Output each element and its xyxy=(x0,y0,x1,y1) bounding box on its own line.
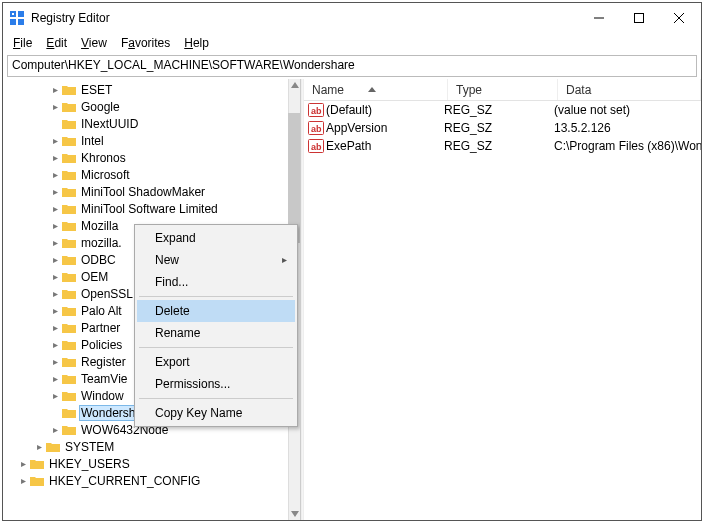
menubar: File Edit View Favorites Help xyxy=(3,33,701,53)
scroll-down-icon[interactable] xyxy=(289,508,300,520)
content-area: ▸ESET ▸Google INextUUID ▸Intel ▸Khronos … xyxy=(3,79,701,520)
splitter[interactable] xyxy=(301,79,304,520)
column-type[interactable]: Type xyxy=(448,79,558,100)
folder-icon xyxy=(29,474,45,488)
context-permissions[interactable]: Permissions... xyxy=(137,373,295,395)
folder-icon xyxy=(29,457,45,471)
minimize-button[interactable] xyxy=(579,4,619,32)
svg-rect-3 xyxy=(18,19,24,25)
window-controls xyxy=(579,4,699,32)
folder-icon xyxy=(61,423,77,437)
folder-icon xyxy=(61,151,77,165)
svg-text:ab: ab xyxy=(311,124,322,134)
context-separator xyxy=(139,347,293,348)
scroll-up-icon[interactable] xyxy=(289,79,300,91)
context-separator xyxy=(139,296,293,297)
menu-edit[interactable]: Edit xyxy=(40,34,73,52)
tree-item-system[interactable]: ▸SYSTEM xyxy=(3,438,300,455)
chevron-right-icon: ▸ xyxy=(49,254,61,265)
tree-item-hkcc[interactable]: ▸HKEY_CURRENT_CONFIG xyxy=(3,472,300,489)
chevron-right-icon: ▸ xyxy=(49,305,61,316)
context-menu: Expand New▸ Find... Delete Rename Export… xyxy=(134,224,298,427)
chevron-right-icon: ▸ xyxy=(49,101,61,112)
column-name[interactable]: Name xyxy=(304,79,448,100)
list-row[interactable]: ab AppVersion REG_SZ 13.5.2.126 xyxy=(304,119,701,137)
chevron-right-icon: ▸ xyxy=(49,135,61,146)
svg-rect-1 xyxy=(18,11,24,17)
tree-item[interactable]: ▸Intel xyxy=(3,132,300,149)
tree-item-hkusers[interactable]: ▸HKEY_USERS xyxy=(3,455,300,472)
close-button[interactable] xyxy=(659,4,699,32)
tree-item[interactable]: ▸ESET xyxy=(3,81,300,98)
tree-item[interactable]: ▸Microsoft xyxy=(3,166,300,183)
chevron-right-icon: ▸ xyxy=(49,288,61,299)
folder-icon xyxy=(61,219,77,233)
column-data[interactable]: Data xyxy=(558,79,701,100)
registry-editor-window: Registry Editor File Edit View Favorites… xyxy=(2,2,702,521)
chevron-right-icon: ▸ xyxy=(49,339,61,350)
context-expand[interactable]: Expand xyxy=(137,227,295,249)
tree-item[interactable]: ▸Google xyxy=(3,98,300,115)
maximize-button[interactable] xyxy=(619,4,659,32)
svg-text:ab: ab xyxy=(311,142,322,152)
address-bar[interactable]: Computer\HKEY_LOCAL_MACHINE\SOFTWARE\Won… xyxy=(7,55,697,77)
chevron-right-icon: ▸ xyxy=(33,441,45,452)
window-title: Registry Editor xyxy=(31,11,579,25)
chevron-right-icon: ▸ xyxy=(49,220,61,231)
menu-favorites[interactable]: Favorites xyxy=(115,34,176,52)
chevron-right-icon: ▸ xyxy=(17,475,29,486)
folder-icon xyxy=(61,270,77,284)
chevron-right-icon: ▸ xyxy=(49,203,61,214)
list-row[interactable]: ab ExePath REG_SZ C:\Program Files (x86)… xyxy=(304,137,701,155)
folder-icon xyxy=(61,253,77,267)
list-header: Name Type Data xyxy=(304,79,701,101)
chevron-right-icon: ▸ xyxy=(49,84,61,95)
svg-rect-6 xyxy=(635,14,644,23)
folder-icon xyxy=(61,304,77,318)
list-row[interactable]: ab (Default) REG_SZ (value not set) xyxy=(304,101,701,119)
menu-help[interactable]: Help xyxy=(178,34,215,52)
string-value-icon: ab xyxy=(304,121,324,135)
folder-icon xyxy=(61,168,77,182)
chevron-right-icon: ▸ xyxy=(49,322,61,333)
folder-icon xyxy=(61,236,77,250)
menu-file[interactable]: File xyxy=(7,34,38,52)
chevron-right-icon: ▸ xyxy=(49,169,61,180)
menu-view[interactable]: View xyxy=(75,34,113,52)
svg-rect-4 xyxy=(12,13,14,15)
svg-rect-2 xyxy=(10,19,16,25)
folder-icon xyxy=(61,355,77,369)
chevron-right-icon: ▸ xyxy=(49,390,61,401)
folder-icon xyxy=(45,440,61,454)
string-value-icon: ab xyxy=(304,139,324,153)
context-rename[interactable]: Rename xyxy=(137,322,295,344)
string-value-icon: ab xyxy=(304,103,324,117)
titlebar: Registry Editor xyxy=(3,3,701,33)
context-separator xyxy=(139,398,293,399)
context-delete[interactable]: Delete xyxy=(137,300,295,322)
submenu-arrow-icon: ▸ xyxy=(282,254,287,265)
context-copykey[interactable]: Copy Key Name xyxy=(137,402,295,424)
context-new[interactable]: New▸ xyxy=(137,249,295,271)
tree-item[interactable]: ▸MiniTool Software Limited xyxy=(3,200,300,217)
folder-icon xyxy=(61,185,77,199)
values-list[interactable]: Name Type Data ab (Default) REG_SZ (valu… xyxy=(304,79,701,520)
chevron-right-icon: ▸ xyxy=(49,373,61,384)
context-export[interactable]: Export xyxy=(137,351,295,373)
folder-icon xyxy=(61,389,77,403)
chevron-right-icon: ▸ xyxy=(49,356,61,367)
tree-item[interactable]: INextUUID xyxy=(3,115,300,132)
chevron-right-icon: ▸ xyxy=(49,186,61,197)
tree-item[interactable]: ▸Khronos xyxy=(3,149,300,166)
tree-item[interactable]: ▸MiniTool ShadowMaker xyxy=(3,183,300,200)
folder-icon xyxy=(61,83,77,97)
folder-icon xyxy=(61,117,77,131)
folder-icon xyxy=(61,338,77,352)
folder-icon xyxy=(61,287,77,301)
chevron-right-icon: ▸ xyxy=(49,152,61,163)
folder-icon xyxy=(61,202,77,216)
context-find[interactable]: Find... xyxy=(137,271,295,293)
chevron-right-icon: ▸ xyxy=(49,237,61,248)
tree-pane[interactable]: ▸ESET ▸Google INextUUID ▸Intel ▸Khronos … xyxy=(3,79,301,520)
svg-text:ab: ab xyxy=(311,106,322,116)
